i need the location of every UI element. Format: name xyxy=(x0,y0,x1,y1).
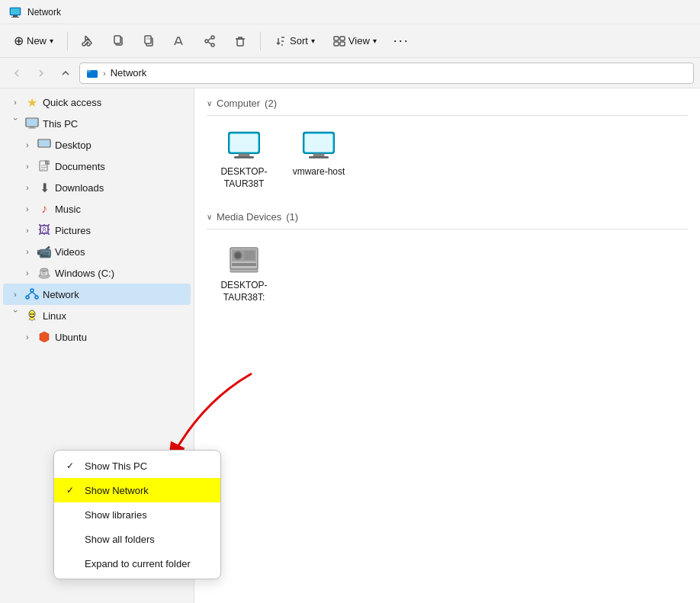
svg-rect-3 xyxy=(11,8,20,14)
linux-icon xyxy=(24,310,40,322)
svg-rect-19 xyxy=(87,70,91,72)
address-field[interactable]: › Network xyxy=(79,63,694,84)
delete-button[interactable] xyxy=(226,30,254,52)
svg-rect-16 xyxy=(334,42,339,46)
sort-label: Sort xyxy=(290,35,308,47)
sidebar-item-this-pc[interactable]: › This PC xyxy=(3,113,191,134)
paste-button[interactable] xyxy=(135,30,162,52)
svg-rect-54 xyxy=(232,263,256,266)
toolbar: ⊕ New ▾ Sort ▾ View ▾ ··· xyxy=(0,24,700,58)
svg-rect-48 xyxy=(309,156,329,159)
media-icon-grid: DESKTOP-TAUR38T: xyxy=(207,239,688,310)
sidebar-item-quick-access[interactable]: › ★ Quick access xyxy=(3,91,191,113)
svg-rect-44 xyxy=(234,156,254,159)
svg-rect-15 xyxy=(340,37,345,40)
expand-icon-network: › xyxy=(9,290,21,299)
svg-rect-55 xyxy=(230,269,258,272)
svg-rect-9 xyxy=(147,37,150,40)
sidebar-item-desktop[interactable]: › Desktop xyxy=(3,134,191,156)
computer-section-header[interactable]: ∨ Computer (2) xyxy=(207,98,688,109)
sidebar-label-pictures: Pictures xyxy=(55,225,185,236)
vmware-icon-img xyxy=(300,131,337,162)
svg-point-11 xyxy=(205,40,208,43)
new-button[interactable]: ⊕ New ▾ xyxy=(6,29,61,53)
context-menu-item-show-libraries[interactable]: Show libraries xyxy=(54,502,220,527)
sidebar-label: Quick access xyxy=(43,97,185,108)
downloads-icon: ⬇ xyxy=(37,181,52,195)
svg-rect-22 xyxy=(30,127,34,128)
address-folder-icon xyxy=(86,67,98,79)
expand-icon-videos: › xyxy=(21,248,34,256)
context-menu-item-expand-current[interactable]: Expand to current folder xyxy=(54,551,220,576)
sidebar-item-videos[interactable]: › 📹 Videos xyxy=(3,241,191,262)
share-button[interactable] xyxy=(196,30,223,52)
svg-rect-23 xyxy=(28,128,36,129)
music-icon: ♪ xyxy=(37,202,52,216)
sidebar-item-pictures[interactable]: › 🖼 Pictures xyxy=(3,220,191,241)
media-section-header[interactable]: ∨ Media Devices (1) xyxy=(207,211,688,223)
rename-icon xyxy=(173,35,185,47)
address-bar: › Network xyxy=(0,58,700,88)
sidebar-label-documents: Documents xyxy=(55,161,185,172)
svg-point-40 xyxy=(33,313,34,315)
up-icon xyxy=(61,69,70,78)
sort-icon xyxy=(275,35,287,47)
sidebar-item-documents[interactable]: › Documents xyxy=(3,156,191,177)
view-label: View xyxy=(348,35,370,47)
expand-icon-thispc: › xyxy=(11,117,20,130)
expand-icon-windows: › xyxy=(21,269,34,277)
cut-icon xyxy=(82,35,94,47)
windows-icon: C: xyxy=(37,267,52,279)
cut-button[interactable] xyxy=(74,30,101,52)
media-device-label: DESKTOP-TAUR38T: xyxy=(213,280,275,303)
sort-dropdown-icon: ▾ xyxy=(311,37,315,45)
context-menu: ✓ Show This PC ✓ Show Network Show libra… xyxy=(53,450,221,579)
new-dropdown-icon: ▾ xyxy=(50,37,53,45)
view-button[interactable]: View ▾ xyxy=(326,30,384,52)
view-icon xyxy=(333,35,345,47)
media-collapse-icon: ∨ xyxy=(207,213,212,221)
show-this-pc-label: Show This PC xyxy=(85,460,147,472)
context-menu-item-show-all-folders[interactable]: Show all folders xyxy=(54,527,220,551)
media-label: Media Devices xyxy=(217,211,281,223)
address-path: Network xyxy=(111,67,147,79)
svg-rect-13 xyxy=(237,39,243,46)
sidebar-item-downloads[interactable]: › ⬇ Downloads xyxy=(3,177,191,198)
more-label: ··· xyxy=(393,33,409,49)
sidebar-label-network: Network xyxy=(43,289,185,300)
expand-icon-desktop: › xyxy=(21,141,34,149)
rename-button[interactable] xyxy=(165,30,193,52)
sidebar-item-network[interactable]: › Network xyxy=(3,284,191,305)
icon-item-media-device[interactable]: DESKTOP-TAUR38T: xyxy=(210,239,278,310)
context-menu-item-show-network[interactable]: ✓ Show Network xyxy=(54,478,220,502)
show-all-folders-label: Show all folders xyxy=(85,534,155,545)
expand-icon-linux: › xyxy=(11,310,20,322)
context-menu-item-show-this-pc[interactable]: ✓ Show This PC xyxy=(54,454,220,478)
pictures-icon: 🖼 xyxy=(37,223,52,237)
expand-icon-pictures: › xyxy=(21,226,34,235)
sidebar-item-ubuntu[interactable]: › Ubuntu xyxy=(3,326,191,348)
svg-point-52 xyxy=(235,252,241,258)
svg-rect-1 xyxy=(13,15,18,17)
more-button[interactable]: ··· xyxy=(387,28,416,53)
sidebar-label-desktop: Desktop xyxy=(55,140,185,151)
svg-point-39 xyxy=(31,313,32,315)
icon-item-vmware-host[interactable]: vmware-host xyxy=(284,125,353,196)
address-separator: › xyxy=(103,69,106,78)
back-button[interactable] xyxy=(6,63,27,84)
copy-button[interactable] xyxy=(104,30,132,52)
star-icon: ★ xyxy=(24,95,40,110)
svg-rect-2 xyxy=(11,17,19,18)
sidebar-item-music[interactable]: › ♪ Music xyxy=(3,198,191,220)
forward-button[interactable] xyxy=(31,63,52,84)
content-area: ∨ Computer (2) DESKTOP-TAUR38T xyxy=(194,88,700,603)
documents-icon xyxy=(37,160,52,172)
icon-item-desktop-taur38t[interactable]: DESKTOP-TAUR38T xyxy=(210,125,278,196)
sort-button[interactable]: Sort ▾ xyxy=(267,30,323,52)
sidebar-item-linux[interactable]: › Linux xyxy=(3,305,191,326)
desktop-taur38t-label: DESKTOP-TAUR38T xyxy=(213,166,275,190)
sidebar-item-windows-c[interactable]: › C: Windows (C:) xyxy=(3,262,191,284)
toolbar-sep-1 xyxy=(67,32,68,50)
title-bar: Network xyxy=(0,0,700,24)
up-button[interactable] xyxy=(55,63,76,84)
